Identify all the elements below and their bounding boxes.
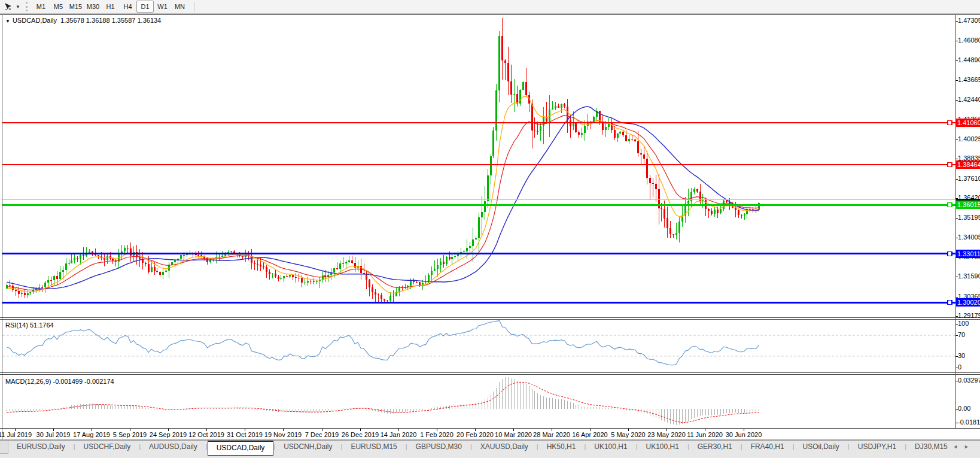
date-tick-label: 26 Dec 2019 <box>342 431 379 438</box>
chart-tab[interactable]: USOil,Daily <box>795 441 848 453</box>
date-tick-label: 10 Mar 2020 <box>495 431 532 438</box>
chart-tab-bar: EURUSD,Daily|USDCHF,Daily|AUDUSD,Daily|U… <box>0 440 980 458</box>
tabbar-left-stub[interactable] <box>0 441 8 454</box>
date-tick-label: 23 May 2020 <box>647 431 686 438</box>
chart-tab[interactable]: USDJPY,H1 <box>850 441 905 453</box>
level-price-label: 1.38464 <box>956 160 980 169</box>
chart-tab[interactable]: FRA40,H1 <box>742 441 793 453</box>
date-tick-label: 19 Nov 2019 <box>264 431 302 438</box>
date-tick-label: 14 Jan 2020 <box>381 431 417 438</box>
chart-title: ▼USDCAD,Daily 1.35678 1.36188 1.35587 1.… <box>5 17 161 24</box>
date-tick-label: 16 Apr 2020 <box>572 431 607 438</box>
chart-tab[interactable]: EURUSD,M15 <box>342 441 405 453</box>
date-tick-label: 11 Jun 2020 <box>687 431 723 438</box>
tab-scroll-arrows[interactable]: ◄► <box>952 444 975 450</box>
date-tick-label: 11 Jul 2019 <box>0 431 32 438</box>
chart-tab[interactable]: XAUUSD,Daily <box>472 441 537 453</box>
collapse-triangle-icon[interactable]: ▼ <box>5 19 10 24</box>
level-price-label: 1.33011 <box>956 250 980 258</box>
chart-tab[interactable]: USDCHF,Daily <box>75 441 139 453</box>
date-tick-label: 30 Jun 2020 <box>726 431 762 438</box>
date-tick-label: 31 Oct 2019 <box>227 431 263 438</box>
chart-tab[interactable]: AUDUSD,Daily <box>141 441 206 453</box>
date-tick-label: 30 Jul 2019 <box>36 431 71 438</box>
chart-tab[interactable]: HK50,H1 <box>538 441 585 453</box>
date-tick-label: 5 May 2020 <box>611 431 645 438</box>
macd-label: MACD(12,26,9) -0.001499 -0.002174 <box>5 378 114 385</box>
chart-tab[interactable]: USDCAD,Daily <box>208 441 274 456</box>
date-tick-label: 17 Aug 2019 <box>73 431 110 438</box>
chart-canvas[interactable] <box>0 0 980 458</box>
rsi-label: RSI(14) 51.1764 <box>5 321 54 329</box>
chart-tab[interactable]: DJ30,M15 <box>906 441 956 453</box>
level-price-label: 1.41060 <box>956 119 980 127</box>
tab-scroll-right-icon[interactable]: ► <box>964 444 975 450</box>
date-tick-label: 12 Oct 2019 <box>188 431 224 438</box>
chart-tab[interactable]: GBPUSD,M30 <box>407 441 470 453</box>
date-tick-label: 5 Sep 2019 <box>113 431 147 438</box>
chart-tab[interactable]: UK100,H1 <box>586 441 635 453</box>
level-price-label: 1.36015 <box>956 201 980 209</box>
date-tick-label: 7 Dec 2019 <box>305 431 339 438</box>
date-tick-label: 1 Feb 2020 <box>420 431 454 438</box>
chart-tab[interactable]: GER30,H1 <box>689 441 741 453</box>
tab-scroll-left-icon[interactable]: ◄ <box>952 444 964 450</box>
level-price-label: 1.30020 <box>956 298 980 307</box>
chart-tab[interactable]: USDCNH,Daily <box>275 441 340 453</box>
ohlc-values: 1.35678 1.36188 1.35587 1.36134 <box>60 17 161 24</box>
date-tick-label: 20 Feb 2020 <box>456 431 494 438</box>
mt4-window: ▼ M1M5M15M30H1H4D1W1MN ▼USDCAD,Daily 1.3… <box>0 0 980 458</box>
chart-tab[interactable]: UK100,H1 <box>638 441 687 453</box>
current-price-axis-marker <box>956 199 980 201</box>
date-tick-label: 24 Sep 2019 <box>150 431 187 438</box>
date-tick-label: 28 Mar 2020 <box>533 431 570 438</box>
symbol-period-label: USDCAD,Daily <box>13 17 57 24</box>
chart-tab[interactable]: EURUSD,Daily <box>8 441 74 453</box>
